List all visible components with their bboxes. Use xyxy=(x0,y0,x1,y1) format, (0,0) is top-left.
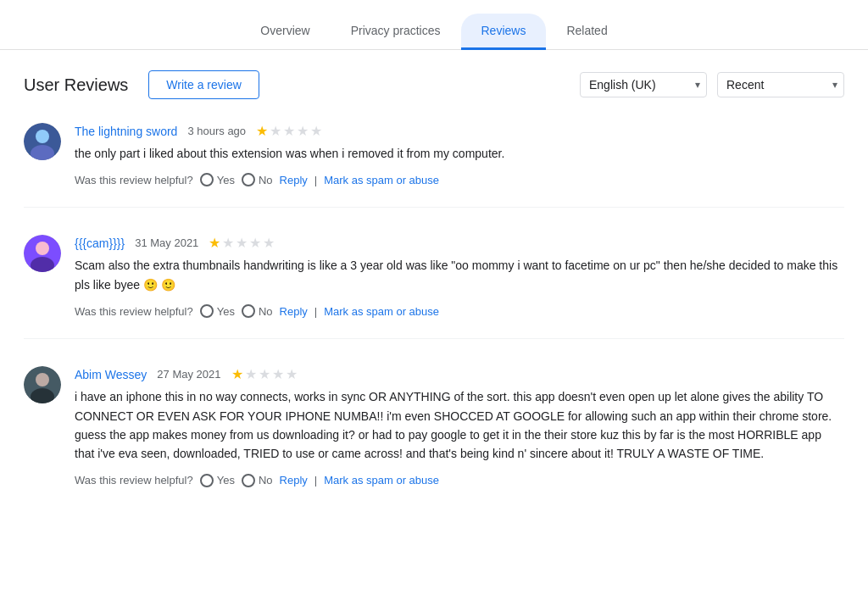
star-2: ★ xyxy=(270,123,281,139)
star-3: ★ xyxy=(259,366,270,382)
star-4: ★ xyxy=(272,366,284,382)
nav-item-related[interactable]: Related xyxy=(546,14,627,50)
review-date: 31 May 2021 xyxy=(135,236,198,249)
radio-yes xyxy=(200,173,214,186)
language-filter[interactable]: English (UK) All languages xyxy=(580,72,707,97)
review-header: The lightning sword 3 hours ago ★★★★★ xyxy=(75,123,844,139)
helpful-no-option[interactable]: No xyxy=(242,304,273,318)
star-4: ★ xyxy=(249,235,261,251)
svg-point-4 xyxy=(36,242,49,255)
radio-no xyxy=(242,173,255,186)
star-4: ★ xyxy=(297,123,309,139)
review-body: The lightning sword 3 hours ago ★★★★★ th… xyxy=(75,123,844,186)
helpful-no-option[interactable]: No xyxy=(242,173,273,186)
svg-point-7 xyxy=(36,373,49,386)
spam-link[interactable]: Mark as spam or abuse xyxy=(324,474,439,487)
star-1: ★ xyxy=(231,366,243,382)
star-1: ★ xyxy=(256,123,268,139)
reviewer-avatar xyxy=(24,123,61,160)
helpful-no-option[interactable]: No xyxy=(242,474,273,487)
radio-yes xyxy=(200,474,214,487)
review-header: {{{cam}}}} 31 May 2021 ★★★★★ xyxy=(75,235,844,251)
radio-yes xyxy=(200,304,214,318)
reviewer-avatar xyxy=(24,235,61,272)
reviewer-avatar xyxy=(24,366,61,403)
review-date: 3 hours ago xyxy=(187,125,246,137)
helpful-no-label: No xyxy=(259,305,273,318)
star-5: ★ xyxy=(263,235,275,251)
reply-link[interactable]: Reply xyxy=(280,305,308,318)
helpful-row: Was this review helpful? Yes No Reply | … xyxy=(75,304,844,318)
star-1: ★ xyxy=(209,235,220,251)
top-nav: Overview Privacy practices Reviews Relat… xyxy=(0,0,868,50)
helpful-yes-label: Yes xyxy=(217,305,235,318)
sort-filter[interactable]: Recent Top reviews xyxy=(717,72,844,97)
star-2: ★ xyxy=(245,366,257,382)
review-item: {{{cam}}}} 31 May 2021 ★★★★★ Scam also t… xyxy=(24,235,844,339)
star-rating: ★★★★★ xyxy=(231,366,298,382)
helpful-no-label: No xyxy=(259,174,273,186)
svg-point-1 xyxy=(36,130,49,143)
nav-item-overview[interactable]: Overview xyxy=(240,14,330,50)
divider: | xyxy=(314,305,317,318)
spam-link[interactable]: Mark as spam or abuse xyxy=(324,174,439,186)
review-header: Abim Wessey 27 May 2021 ★★★★★ xyxy=(75,366,844,382)
helpful-yes-label: Yes xyxy=(217,474,235,487)
divider: | xyxy=(314,174,317,186)
sort-filter-wrapper: Recent Top reviews xyxy=(717,72,844,97)
review-text: Scam also the extra thumbnails handwriti… xyxy=(75,256,844,294)
helpful-yes-option[interactable]: Yes xyxy=(200,474,235,487)
nav-item-privacy[interactable]: Privacy practices xyxy=(331,14,461,50)
user-reviews-title: User Reviews xyxy=(24,75,128,95)
nav-item-reviews[interactable]: Reviews xyxy=(461,14,547,50)
reply-link[interactable]: Reply xyxy=(280,474,308,487)
radio-no xyxy=(242,304,255,318)
spam-link[interactable]: Mark as spam or abuse xyxy=(324,305,439,318)
helpful-label: Was this review helpful? xyxy=(75,305,193,318)
helpful-row: Was this review helpful? Yes No Reply | … xyxy=(75,474,844,487)
reviewer-name[interactable]: The lightning sword xyxy=(75,125,177,138)
language-filter-wrapper: English (UK) All languages xyxy=(580,72,707,97)
review-text: i have an iphone this in no way connects… xyxy=(75,387,844,464)
reviewer-name[interactable]: Abim Wessey xyxy=(75,368,147,381)
star-5: ★ xyxy=(286,366,298,382)
helpful-no-label: No xyxy=(259,474,273,487)
star-2: ★ xyxy=(222,235,234,251)
review-body: Abim Wessey 27 May 2021 ★★★★★ i have an … xyxy=(75,366,844,487)
write-review-button[interactable]: Write a review xyxy=(148,70,259,99)
review-item: The lightning sword 3 hours ago ★★★★★ th… xyxy=(24,123,844,208)
star-3: ★ xyxy=(236,235,248,251)
helpful-row: Was this review helpful? Yes No Reply | … xyxy=(75,173,844,186)
star-5: ★ xyxy=(310,123,322,139)
helpful-yes-label: Yes xyxy=(217,174,235,186)
star-3: ★ xyxy=(283,123,295,139)
reviewer-name[interactable]: {{{cam}}}} xyxy=(75,236,125,250)
review-item: Abim Wessey 27 May 2021 ★★★★★ i have an … xyxy=(24,366,844,508)
helpful-yes-option[interactable]: Yes xyxy=(200,173,235,186)
helpful-label: Was this review helpful? xyxy=(75,174,193,186)
helpful-label: Was this review helpful? xyxy=(75,474,193,487)
divider: | xyxy=(314,474,317,487)
reviews-container: The lightning sword 3 hours ago ★★★★★ th… xyxy=(24,123,844,508)
star-rating: ★★★★★ xyxy=(256,123,322,139)
star-rating: ★★★★★ xyxy=(209,235,275,251)
review-body: {{{cam}}}} 31 May 2021 ★★★★★ Scam also t… xyxy=(75,235,844,318)
review-date: 27 May 2021 xyxy=(157,368,220,381)
reply-link[interactable]: Reply xyxy=(280,174,308,186)
radio-no xyxy=(242,474,255,487)
helpful-yes-option[interactable]: Yes xyxy=(200,304,235,318)
review-text: the only part i liked about this extensi… xyxy=(75,144,844,163)
